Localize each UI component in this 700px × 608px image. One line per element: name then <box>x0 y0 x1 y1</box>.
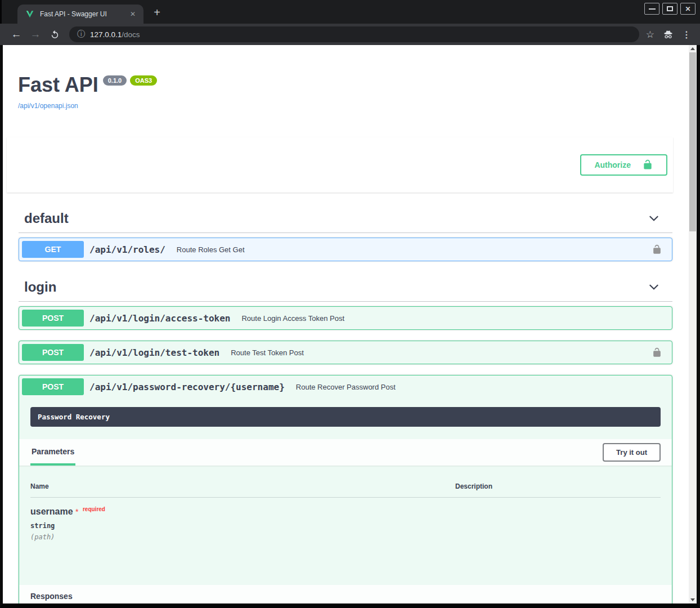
parameters-section-header: Parameters Try it out <box>19 439 672 466</box>
section-login-title: login <box>24 279 56 295</box>
tab-close-icon[interactable]: ✕ <box>128 9 138 19</box>
browser-tab[interactable]: Fast API - Swagger UI ✕ <box>17 5 143 24</box>
method-badge: GET <box>22 241 84 258</box>
parameters-table-header: Name Description <box>30 482 661 498</box>
parameter-name-cell: username * required string (path) <box>30 506 455 541</box>
menu-dots-icon[interactable]: ⋮ <box>682 29 691 40</box>
section-default: default GET /api/v1/roles/ Route Roles G… <box>19 204 672 261</box>
back-icon[interactable]: ← <box>8 26 24 42</box>
tab-title: Fast API - Swagger UI <box>40 10 128 18</box>
endpoint-summary: Route Login Access Token Post <box>236 314 669 323</box>
url-host: 127.0.0.1 <box>90 30 122 39</box>
new-tab-button[interactable]: + <box>150 7 164 18</box>
opblock-post-test-token: POST /api/v1/login/test-token Route Test… <box>19 341 672 364</box>
openapi-spec-link[interactable]: /api/v1/openapi.json <box>18 102 78 110</box>
tab-parameters[interactable]: Parameters <box>30 439 75 466</box>
endpoint-summary: Route Roles Get Get <box>171 245 652 254</box>
page-viewport: Fast API 0.1.0 OAS3 /api/v1/openapi.json… <box>0 45 700 608</box>
endpoint-path: /api/v1/roles/ <box>84 244 171 255</box>
lock-icon[interactable] <box>652 347 662 358</box>
opblock-summary[interactable]: POST /api/v1/login/access-token Route Lo… <box>19 307 672 329</box>
incognito-icon <box>662 29 674 40</box>
page-title: Fast API 0.1.0 OAS3 <box>18 73 677 97</box>
endpoint-path: /api/v1/login/test-token <box>84 347 225 358</box>
parameters-table: Name Description username * required <box>19 466 672 585</box>
reload-icon[interactable] <box>47 26 62 42</box>
lock-icon[interactable] <box>652 244 662 255</box>
method-badge: POST <box>22 378 84 395</box>
authorize-label: Authorize <box>594 160 631 169</box>
bookmark-star-icon[interactable]: ☆ <box>646 29 654 41</box>
parameter-location: (path) <box>30 533 455 541</box>
maximize-button[interactable] <box>662 3 677 15</box>
toolbar-right: ☆ ⋮ <box>646 29 693 41</box>
swagger-ui: Fast API 0.1.0 OAS3 /api/v1/openapi.json… <box>3 45 689 603</box>
responses-title: Responses <box>30 592 73 601</box>
scrollbar-thumb[interactable] <box>689 52 696 231</box>
title-badges: 0.1.0 OAS3 <box>103 75 157 86</box>
opblock-post-access-token: POST /api/v1/login/access-token Route Lo… <box>19 306 672 330</box>
parameter-name: username <box>30 507 73 516</box>
minimize-button[interactable] <box>644 3 659 15</box>
address-bar[interactable]: ⓘ 127.0.0.1/docs <box>69 26 639 42</box>
close-button[interactable]: ✕ <box>680 3 695 15</box>
browser-window: Fast API - Swagger UI ✕ + ✕ ← → ⓘ 127.0.… <box>0 0 700 608</box>
oas3-badge: OAS3 <box>130 75 157 86</box>
scrollbar-down-arrow[interactable] <box>689 596 697 603</box>
opblock-summary[interactable]: GET /api/v1/roles/ Route Roles Get Get <box>19 238 672 261</box>
param-description-header: Description <box>455 482 492 490</box>
required-star: * <box>75 507 78 516</box>
parameter-row: username * required string (path) <box>30 498 661 541</box>
endpoint-path: /api/v1/password-recovery/{username} <box>84 382 290 392</box>
forward-icon[interactable]: → <box>28 26 43 42</box>
authorize-button[interactable]: Authorize <box>580 154 667 176</box>
section-default-header[interactable]: default <box>19 204 672 233</box>
section-login-header[interactable]: login <box>19 272 672 302</box>
parameter-type: string <box>30 522 455 530</box>
site-info-icon[interactable]: ⓘ <box>77 29 85 39</box>
url-path: /docs <box>122 30 140 39</box>
version-badge: 0.1.0 <box>103 75 127 86</box>
param-name-header: Name <box>30 482 455 490</box>
unlock-icon <box>642 159 653 171</box>
titlebar: Fast API - Swagger UI ✕ + ✕ <box>0 0 700 24</box>
method-badge: POST <box>22 310 84 327</box>
favicon-v-icon <box>25 10 34 19</box>
api-info: Fast API 0.1.0 OAS3 /api/v1/openapi.json <box>3 45 689 110</box>
endpoint-path: /api/v1/login/access-token <box>84 313 236 324</box>
scheme-container: Authorize <box>7 137 673 193</box>
required-label: required <box>81 506 105 512</box>
browser-toolbar: ← → ⓘ 127.0.0.1/docs ☆ ⋮ <box>0 24 700 45</box>
url-text: 127.0.0.1/docs <box>90 30 140 39</box>
method-badge: POST <box>22 344 84 361</box>
endpoint-summary: Route Recover Password Post <box>290 383 669 391</box>
vertical-scrollbar[interactable] <box>689 45 697 603</box>
opblock-summary[interactable]: POST /api/v1/password-recovery/{username… <box>19 375 672 398</box>
responses-section-header: Responses <box>19 585 672 603</box>
scrollbar-up-arrow[interactable] <box>689 45 697 52</box>
opblock-get-roles: GET /api/v1/roles/ Route Roles Get Get <box>19 238 672 261</box>
opblock-body: Password Recovery Parameters Try it out … <box>19 407 672 603</box>
try-it-out-button[interactable]: Try it out <box>603 443 661 462</box>
chevron-down-icon <box>648 281 660 293</box>
api-title-text: Fast API <box>18 73 98 97</box>
window-controls: ✕ <box>644 3 695 15</box>
operation-description: Password Recovery <box>30 407 661 427</box>
chevron-down-icon <box>648 212 660 225</box>
minimize-icon <box>649 8 656 10</box>
section-login: login POST /api/v1/login/access-token Ro… <box>19 272 672 603</box>
section-default-title: default <box>24 211 69 226</box>
opblock-post-password-recovery: POST /api/v1/password-recovery/{username… <box>19 375 672 603</box>
endpoint-summary: Route Test Token Post <box>225 348 652 357</box>
maximize-icon <box>667 6 673 11</box>
opblock-summary[interactable]: POST /api/v1/login/test-token Route Test… <box>19 341 672 364</box>
